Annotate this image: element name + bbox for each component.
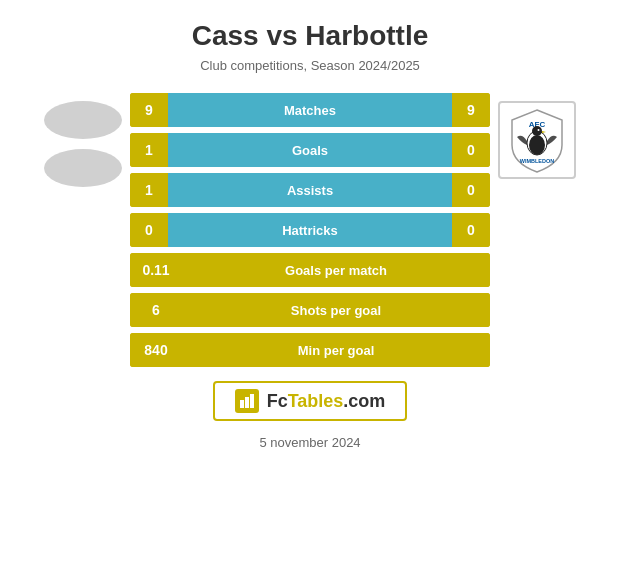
watermark-icon	[235, 389, 259, 413]
stat-spg-label: Shots per goal	[291, 303, 381, 318]
watermark-box: FcTables.com	[213, 381, 408, 421]
stat-mpg-label: Min per goal	[298, 343, 375, 358]
watermark-text-gold: Tables	[288, 391, 344, 411]
stat-row-min-per-goal: 840 Min per goal	[130, 333, 490, 367]
stat-assists-label: Assists	[287, 183, 333, 198]
stat-goals-right: 0	[452, 133, 490, 167]
club-badge-svg: AFC WIMBLEDON	[502, 105, 572, 175]
stat-matches-right: 9	[452, 93, 490, 127]
stat-goals-label: Goals	[292, 143, 328, 158]
stat-hattricks-bar: Hattricks	[168, 213, 452, 247]
svg-point-4	[529, 135, 545, 155]
stat-row-matches: 9 Matches 9	[130, 93, 490, 127]
stat-spg-bar: Shots per goal	[182, 293, 490, 327]
stats-section: 9 Matches 9 1 Goals 0 1	[10, 93, 610, 367]
left-avatar-bottom	[44, 149, 122, 187]
stat-assists-right: 0	[452, 173, 490, 207]
right-avatar-section: AFC WIMBLEDON	[498, 101, 576, 179]
stat-row-goals: 1 Goals 0	[130, 133, 490, 167]
stat-row-hattricks: 0 Hattricks 0	[130, 213, 490, 247]
stat-hattricks-label: Hattricks	[282, 223, 338, 238]
svg-point-3	[538, 129, 540, 131]
svg-point-2	[532, 126, 542, 136]
stat-assists-left: 1	[130, 173, 168, 207]
stat-matches-bar: Matches	[168, 93, 452, 127]
stat-row-shots-per-goal: 6 Shots per goal	[130, 293, 490, 327]
watermark-section: FcTables.com 5 november 2024	[213, 381, 408, 450]
stat-gpm-left: 0.11	[130, 253, 182, 287]
stat-spg-left: 6	[130, 293, 182, 327]
stat-matches-left: 9	[130, 93, 168, 127]
stat-gpm-bar: Goals per match	[182, 253, 490, 287]
club-badge: AFC WIMBLEDON	[498, 101, 576, 179]
stat-row-assists: 1 Assists 0	[130, 173, 490, 207]
watermark-text: FcTables.com	[267, 391, 386, 412]
stat-gpm-label: Goals per match	[285, 263, 387, 278]
page-title: Cass vs Harbottle	[192, 20, 429, 52]
footer-date: 5 november 2024	[259, 435, 360, 450]
stat-assists-bar: Assists	[168, 173, 452, 207]
left-avatars	[44, 101, 122, 187]
page-container: Cass vs Harbottle Club competitions, Sea…	[0, 0, 620, 580]
svg-rect-6	[240, 400, 244, 408]
page-subtitle: Club competitions, Season 2024/2025	[200, 58, 420, 73]
stats-rows: 9 Matches 9 1 Goals 0 1	[130, 93, 490, 367]
stat-goals-bar: Goals	[168, 133, 452, 167]
stat-mpg-left: 840	[130, 333, 182, 367]
stat-hattricks-right: 0	[452, 213, 490, 247]
svg-rect-8	[250, 394, 254, 408]
stat-matches-label: Matches	[284, 103, 336, 118]
stat-mpg-bar: Min per goal	[182, 333, 490, 367]
svg-text:WIMBLEDON: WIMBLEDON	[520, 158, 555, 164]
svg-rect-7	[245, 397, 249, 408]
stat-hattricks-left: 0	[130, 213, 168, 247]
stat-goals-left: 1	[130, 133, 168, 167]
stat-row-goals-per-match: 0.11 Goals per match	[130, 253, 490, 287]
left-avatar-top	[44, 101, 122, 139]
